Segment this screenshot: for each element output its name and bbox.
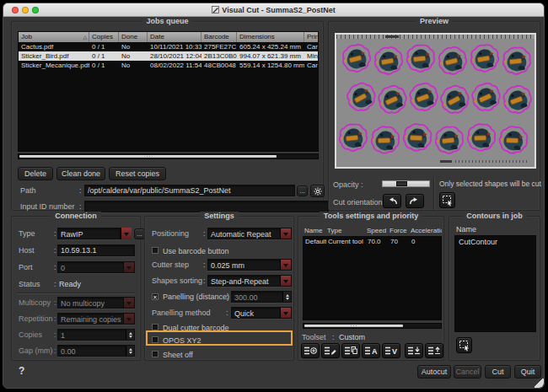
chevron-down-icon[interactable]: [280, 228, 291, 239]
tool-edit-button[interactable]: [321, 343, 340, 358]
resize-grip[interactable]: [535, 379, 544, 388]
path-input[interactable]: [84, 185, 295, 196]
toolset-load-button[interactable]: [405, 343, 423, 358]
cancel-button[interactable]: Cancel: [454, 365, 481, 379]
toolset-value: Custom: [339, 333, 365, 341]
tool-duplicate-button[interactable]: [341, 343, 360, 358]
tools-column-name[interactable]: Name: [303, 226, 325, 235]
panelling-checkbox[interactable]: [152, 293, 158, 300]
chevron-down-icon[interactable]: [121, 228, 132, 239]
sort-v-icon: V: [384, 346, 398, 356]
cutter-step-select[interactable]: 0.025 mm: [207, 259, 292, 271]
job-row[interactable]: Cactus.pdf 0 / 1 No 10/11/2021 10:33 275…: [19, 42, 318, 51]
tool-filter-button[interactable]: V: [382, 343, 400, 358]
panelling-distance-stepper[interactable]: 300.00: [231, 291, 292, 303]
gap-label: Gap (mm): [19, 346, 53, 355]
minimize-window-button[interactable]: [22, 7, 29, 13]
path-browse-button[interactable]: ...: [297, 185, 308, 196]
stepper-arrows-icon[interactable]: [282, 292, 291, 302]
stepper-arrows-icon[interactable]: [126, 346, 134, 356]
tools-column-speed[interactable]: Speed: [365, 226, 388, 235]
opos-xy2-checkbox[interactable]: [152, 336, 158, 343]
tool-row[interactable]: Default Current tool 70.0 70 0: [304, 237, 441, 246]
copies-stepper[interactable]: 1: [57, 329, 135, 341]
rotate-cw-button[interactable]: [406, 194, 424, 208]
multicopy-select[interactable]: No multicopy: [57, 297, 135, 309]
toolset-save-button[interactable]: [425, 343, 443, 358]
delete-button[interactable]: Delete: [18, 167, 53, 180]
select-shapes-button[interactable]: [439, 192, 455, 208]
tools-column-force[interactable]: Force: [388, 226, 409, 235]
repetition-select[interactable]: Remaining copies: [57, 313, 135, 325]
dual-cutter-checkbox[interactable]: [152, 324, 158, 330]
clean-done-button[interactable]: Clean done: [56, 167, 105, 180]
marquee-select-icon: [459, 340, 470, 352]
status-value: Ready: [59, 280, 81, 288]
tools-column-acceleration[interactable]: Acceleration: [409, 226, 442, 235]
tools-table-body: Default Current tool 70.0 70 0: [303, 236, 442, 320]
shapes-sorting-select[interactable]: Step-and-Repeat: [207, 275, 292, 287]
title-bar: Visual Cut - SummaS2_PostNet: [3, 3, 544, 17]
positioning-label: Positioning: [152, 229, 189, 238]
column-header-dimensions[interactable]: Dimensions: [237, 32, 304, 42]
column-header-date[interactable]: Date: [148, 32, 201, 42]
input-id-field[interactable]: [84, 201, 329, 212]
maximize-window-button[interactable]: [32, 7, 39, 13]
sheet-off-label: Sheet off: [163, 351, 193, 359]
host-input[interactable]: [57, 244, 135, 256]
connection-type-select[interactable]: RawIP: [57, 228, 121, 239]
sheet-off-checkbox[interactable]: [152, 351, 158, 357]
port-select[interactable]: 0: [57, 261, 135, 273]
positioning-select[interactable]: Automatic Repeat: [207, 228, 292, 239]
tools-table-hscrollbar[interactable]: [303, 323, 442, 329]
use-barcode-checkbox[interactable]: [152, 247, 158, 254]
column-header-copies[interactable]: Copies: [89, 32, 119, 42]
contour-item[interactable]: CutContour: [455, 236, 535, 246]
chevron-down-icon[interactable]: [123, 262, 134, 272]
quit-button[interactable]: Quit: [514, 365, 541, 379]
opacity-slider[interactable]: [382, 180, 430, 187]
reset-copies-button[interactable]: Reset copies: [109, 167, 166, 180]
close-window-button[interactable]: [12, 7, 19, 13]
chevron-down-icon[interactable]: [280, 260, 291, 270]
chevron-down-icon[interactable]: [123, 298, 134, 308]
rotate-ccw-button[interactable]: [383, 194, 401, 208]
status-label: Status: [19, 280, 40, 288]
chevron-down-icon[interactable]: [280, 276, 291, 286]
opacity-slider-handle[interactable]: [396, 181, 407, 186]
panelling-method-select[interactable]: Quick: [231, 307, 292, 319]
use-barcode-label: Use barcode button: [163, 247, 229, 255]
chevron-down-icon[interactable]: [280, 308, 291, 318]
tools-table-header: Name Type Speed Force Acceleration: [303, 226, 442, 235]
sticker-preview-shape: [399, 120, 437, 156]
column-header-done[interactable]: Done: [119, 32, 148, 42]
sticker-preview-shape: [467, 79, 506, 116]
sticker-preview-shape: [337, 122, 370, 155]
column-header-job[interactable]: Job △: [19, 32, 89, 42]
gap-stepper[interactable]: 0.00: [57, 345, 135, 357]
jobs-queue-group: Jobs queue Job △ Copies Done Date Barcod…: [11, 21, 324, 211]
jobs-table-hscrollbar[interactable]: [18, 153, 319, 159]
cut-button[interactable]: Cut: [485, 365, 511, 379]
tools-column-type[interactable]: Type: [325, 226, 365, 235]
tool-sort-button[interactable]: A: [362, 343, 380, 358]
sort-a-icon: A: [364, 346, 378, 356]
path-settings-button[interactable]: [310, 185, 325, 197]
column-header-printer[interactable]: Prin: [304, 32, 319, 42]
tool-add-button[interactable]: [301, 343, 320, 358]
jobs-table-header: Job △ Copies Done Date Barcode Dimension…: [19, 32, 318, 42]
select-contour-button[interactable]: [456, 337, 472, 353]
preview-ruler-bottom: [455, 160, 529, 163]
column-header-barcode[interactable]: Barcode: [201, 32, 237, 42]
autocut-button[interactable]: Autocut: [417, 365, 451, 379]
job-row[interactable]: Sticker_Mecanique.pdf 0 / 1 No 08/02/202…: [19, 61, 318, 70]
job-row[interactable]: Sticker_Bird.pdf 0 / 1 No 28/10/2021 12:…: [19, 51, 318, 61]
help-button[interactable]: ?: [19, 365, 24, 377]
scrollbar-thumb[interactable]: [304, 325, 403, 327]
chevron-down-icon[interactable]: [123, 314, 134, 324]
preview-canvas[interactable]: [335, 33, 536, 169]
stepper-arrows-icon[interactable]: [126, 330, 134, 340]
sticker-preview-shape: [432, 125, 466, 158]
scrollbar-thumb[interactable]: [19, 155, 277, 158]
panelling-label: Panelling (distance): [163, 293, 229, 301]
